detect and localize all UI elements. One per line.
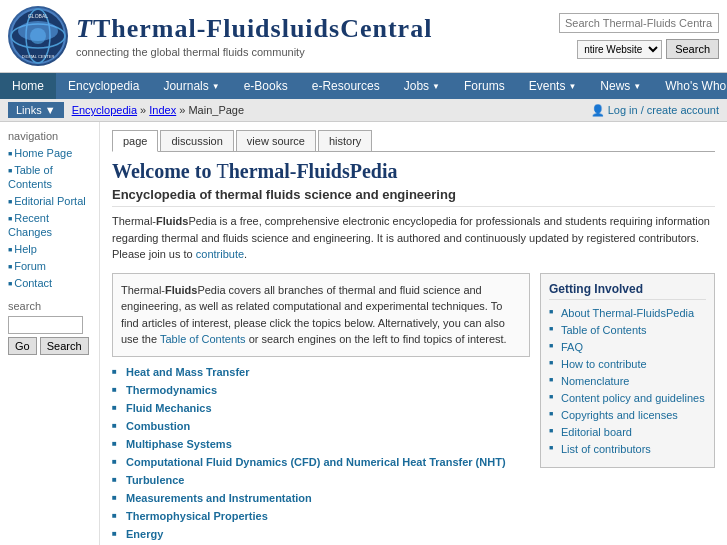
nav-eresources[interactable]: e-Resources: [300, 73, 392, 99]
gi-contributors[interactable]: List of contributors: [561, 443, 651, 455]
list-item: Energy: [112, 527, 530, 541]
search-input[interactable]: [559, 13, 719, 33]
list-item: Turbulence: [112, 473, 530, 487]
page-subtitle: Encyclopedia of thermal fluids science a…: [112, 187, 715, 207]
list-item: Fluid Mechanics: [112, 401, 530, 415]
site-subtitle: connecting the global thermal fluids com…: [76, 46, 559, 58]
getting-involved-list: About Thermal-FluidsPedia Table of Conte…: [549, 306, 706, 456]
svg-point-3: [30, 28, 46, 44]
tab-discussion[interactable]: discussion: [160, 130, 233, 151]
sidebar-search-button[interactable]: Search: [40, 337, 89, 355]
gi-toc[interactable]: Table of Contents: [561, 324, 647, 336]
sidebar-link-forum[interactable]: Forum: [14, 260, 46, 272]
site-title-text: Thermal-: [93, 14, 206, 43]
nav-whos-who[interactable]: Who's Who: [653, 73, 727, 99]
nav-heading: navigation: [8, 130, 91, 142]
topic-thermo[interactable]: Thermodynamics: [126, 384, 217, 396]
list-item: FAQ: [549, 340, 706, 354]
sidebar-item-forum: Forum: [8, 259, 91, 273]
sidebar-link-home[interactable]: Home Page: [14, 147, 72, 159]
topic-multiphase[interactable]: Multiphase Systems: [126, 438, 232, 450]
topic-thermophysical[interactable]: Thermophysical Properties: [126, 510, 268, 522]
page-title: Welcome to Thermal-FluidsPedia: [112, 160, 715, 183]
breadcrumb-index[interactable]: Index: [149, 104, 176, 116]
sidebar-link-editorial[interactable]: Editorial Portal: [14, 195, 86, 207]
sidebar-item-toc: Table of Contents: [8, 163, 91, 191]
search-heading: search: [8, 300, 91, 312]
nav-encyclopedia[interactable]: Encyclopedia: [56, 73, 151, 99]
breadcrumb-encyclopedia[interactable]: Encyclopedia: [72, 104, 137, 116]
tab-page[interactable]: page: [112, 130, 158, 152]
nav-jobs[interactable]: Jobs ▼: [392, 73, 452, 99]
toc-link[interactable]: Table of Contents: [160, 333, 246, 345]
topic-fluid[interactable]: Fluid Mechanics: [126, 402, 212, 414]
list-item: Editorial board: [549, 425, 706, 439]
login-icon: 👤: [591, 104, 605, 116]
breadcrumb-current: Main_Page: [188, 104, 244, 116]
gi-content-policy[interactable]: Content policy and guidelines: [561, 392, 705, 404]
main-content: page discussion view source history Welc…: [100, 122, 727, 545]
sidebar-link-toc[interactable]: Table of Contents: [8, 164, 53, 190]
topic-turbulence[interactable]: Turbulence: [126, 474, 184, 486]
sidebar-search: search Go Search: [8, 300, 91, 355]
go-button[interactable]: Go: [8, 337, 37, 355]
nav-ebooks[interactable]: e-Books: [232, 73, 300, 99]
contribute-link[interactable]: contribute: [196, 248, 244, 260]
list-item: Computational Fluid Dynamics (CFD) and N…: [112, 455, 530, 469]
sidebar-item-contact: Contact: [8, 276, 91, 290]
gi-copyrights[interactable]: Copyrights and licenses: [561, 409, 678, 421]
getting-involved-box: Getting Involved About Thermal-FluidsPed…: [540, 273, 715, 468]
list-item: Measurements and Instrumentation: [112, 491, 530, 505]
list-item: Multiphase Systems: [112, 437, 530, 451]
links-bar: Links ▼ Encyclopedia » Index » Main_Page…: [0, 99, 727, 122]
site-title: TThermal-FluidsluidsCentral: [76, 14, 559, 44]
nav-events[interactable]: Events ▼: [517, 73, 589, 99]
body-intro: Thermal-FluidsPedia covers all branches …: [112, 273, 530, 357]
svg-text:GLOBAL: GLOBAL: [28, 13, 48, 19]
nav-home[interactable]: Home: [0, 73, 56, 99]
gi-contribute[interactable]: How to contribute: [561, 358, 647, 370]
gi-editorial[interactable]: Editorial board: [561, 426, 632, 438]
list-item: Heat and Mass Transfer: [112, 365, 530, 379]
sidebar-link-contact[interactable]: Contact: [14, 277, 52, 289]
gi-faq[interactable]: FAQ: [561, 341, 583, 353]
sidebar-nav-list: Home Page Table of Contents Editorial Po…: [8, 146, 91, 290]
list-item: Copyrights and licenses: [549, 408, 706, 422]
list-item: Combustion: [112, 419, 530, 433]
topic-heat[interactable]: Heat and Mass Transfer: [126, 366, 250, 378]
svg-text:DIGITAL CENTER: DIGITAL CENTER: [22, 54, 55, 59]
nav-journals[interactable]: Journals ▼: [151, 73, 231, 99]
search-scope-select[interactable]: ntire Website: [577, 40, 662, 59]
login-link[interactable]: Log in / create account: [608, 104, 719, 116]
tab-history[interactable]: history: [318, 130, 372, 151]
sidebar-link-help[interactable]: Help: [14, 243, 37, 255]
sidebar-search-input[interactable]: [8, 316, 83, 334]
getting-involved-heading: Getting Involved: [549, 282, 706, 300]
nav-news[interactable]: News ▼: [588, 73, 653, 99]
list-item: Thermophysical Properties: [112, 509, 530, 523]
links-button[interactable]: Links ▼: [8, 102, 64, 118]
topic-energy[interactable]: Energy: [126, 528, 163, 540]
list-item: Table of Contents: [549, 323, 706, 337]
tabs: page discussion view source history: [112, 130, 715, 152]
list-item: Thermodynamics: [112, 383, 530, 397]
sidebar: navigation Home Page Table of Contents E…: [0, 122, 100, 545]
topic-measurements[interactable]: Measurements and Instrumentation: [126, 492, 312, 504]
breadcrumb: Encyclopedia » Index » Main_Page: [72, 104, 244, 116]
topics-list: Heat and Mass Transfer Thermodynamics Fl…: [112, 365, 530, 546]
nav-forums[interactable]: Forums: [452, 73, 517, 99]
topic-combustion[interactable]: Combustion: [126, 420, 190, 432]
gi-about[interactable]: About Thermal-FluidsPedia: [561, 307, 694, 319]
site-title-fluids: Fluids: [206, 14, 281, 43]
gi-nomenclature[interactable]: Nomenclature: [561, 375, 629, 387]
search-button[interactable]: Search: [666, 39, 719, 59]
sidebar-item-help: Help: [8, 242, 91, 256]
tab-view-source[interactable]: view source: [236, 130, 316, 151]
list-item: About Thermal-FluidsPedia: [549, 306, 706, 320]
sidebar-item-home: Home Page: [8, 146, 91, 160]
sidebar-item-editorial: Editorial Portal: [8, 194, 91, 208]
sidebar-link-recent[interactable]: Recent Changes: [8, 212, 52, 238]
list-item: List of contributors: [549, 442, 706, 456]
topic-cfd[interactable]: Computational Fluid Dynamics (CFD) and N…: [126, 456, 506, 468]
list-item: How to contribute: [549, 357, 706, 371]
